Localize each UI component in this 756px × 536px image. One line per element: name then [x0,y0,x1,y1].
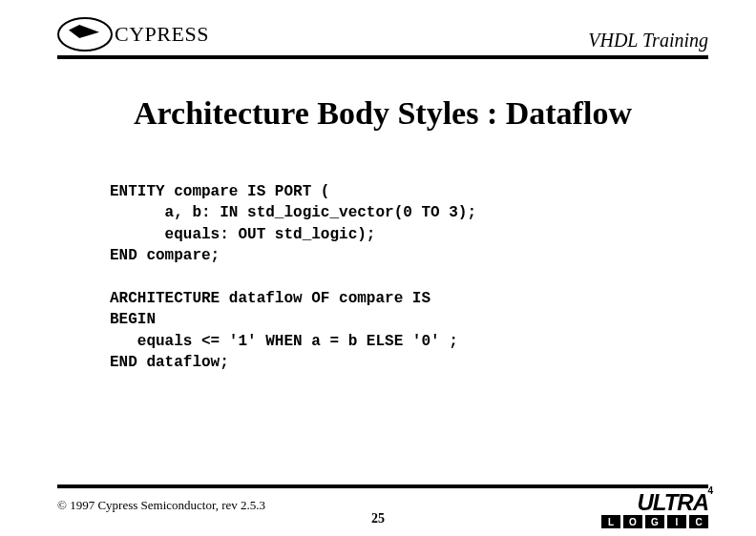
cypress-logo-text: CYPRESS [115,22,209,47]
header-divider [57,55,708,59]
ultra-letter-i: I [667,515,686,528]
page-number: 25 [371,511,385,526]
header-title: VHDL Training [588,30,708,52]
ultra-word-label: ULTRA [637,489,708,515]
ultra-logic-row: L O G I C [601,515,708,528]
ultra-letter-c: C [689,515,708,528]
cypress-logo-mark [57,17,113,52]
ultra-letter-l: L [601,515,620,528]
ultra-logic-logo: ULTRA 4 L O G I C [601,492,708,528]
footer-divider [57,484,708,488]
cypress-logo: CYPRESS [57,17,209,52]
ultra-number: 4 [707,486,712,495]
slide-title: Architecture Body Styles : Dataflow [57,95,708,132]
copyright-text: © 1997 Cypress Semiconductor, rev 2.5.3 [57,498,265,513]
ultra-letter-o: O [623,515,642,528]
ultra-logo-text: ULTRA 4 [601,492,708,513]
slide-header: CYPRESS VHDL Training [57,17,708,52]
vhdl-code-block: ENTITY compare IS PORT ( a, b: IN std_lo… [110,181,680,374]
ultra-letter-g: G [645,515,664,528]
